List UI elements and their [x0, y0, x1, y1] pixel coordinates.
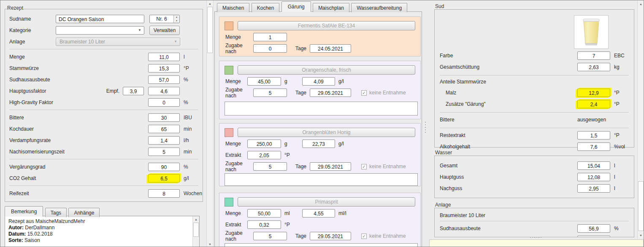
- dropdown-arrow-icon: ▼: [138, 28, 141, 32]
- bemerkung-textarea[interactable]: Rezept aus MaischeMalzundMehr Autor: Der…: [5, 216, 200, 247]
- menge-label: Menge: [225, 78, 247, 84]
- extrakt-input[interactable]: 2,05: [247, 151, 281, 159]
- tab-anhaenge[interactable]: Anhänge: [68, 208, 100, 217]
- scroll-up-icon[interactable]: ▲: [193, 216, 199, 223]
- co2-gehalt-input[interactable]: 6,5: [148, 174, 180, 183]
- concentration-input[interactable]: 4,55: [302, 209, 335, 217]
- right-panel-scrollbar[interactable]: ▲ ▼: [637, 1, 644, 239]
- menge-unit: g: [284, 141, 295, 147]
- tab-bemerkung[interactable]: Bemerkung: [5, 206, 43, 217]
- concentration-input[interactable]: 4,09: [302, 77, 335, 86]
- reifezeit-input[interactable]: 8: [148, 189, 180, 198]
- tab-maischplan[interactable]: Maischplan: [313, 3, 349, 12]
- verdampfungsrate-input[interactable]: 1,4: [148, 136, 180, 145]
- yeast-date-input[interactable]: 24.05.2021: [310, 44, 351, 53]
- anlage-group-title: Anlage: [435, 202, 451, 208]
- ingredient-name-button[interactable]: Orangenblüten Honig: [238, 128, 415, 137]
- sudname-label: Sudname: [9, 16, 56, 22]
- vergaerungsgrad-unit: %: [180, 164, 198, 170]
- tab-gaerung[interactable]: Gärung: [281, 1, 311, 12]
- keine-entnahme-label: keine Entnahme: [369, 164, 406, 169]
- zugabe-input[interactable]: 5: [253, 232, 287, 240]
- date-input[interactable]: 29.05.2021: [310, 89, 351, 97]
- keine-entnahme-checkbox[interactable]: ✓ keine Entnahme: [361, 233, 406, 239]
- tab-maischen[interactable]: Maischen: [217, 3, 249, 12]
- yeast-zugabe-input[interactable]: 0: [253, 44, 287, 53]
- yeast-menge-input[interactable]: 1: [253, 33, 287, 41]
- malz-label: Malz: [446, 90, 577, 96]
- concentration-unit: ml/l: [338, 210, 349, 216]
- zugabe-input[interactable]: 5: [253, 162, 287, 171]
- vergaerungsgrad-label: Vergärungsgrad: [9, 164, 148, 170]
- tab-wasseraufbereitung[interactable]: Wasseraufbereitung: [351, 3, 407, 12]
- spin-up-icon[interactable]: ▲: [174, 15, 179, 19]
- hauptguss-unit: l: [610, 174, 629, 180]
- gesamtschuettung-input[interactable]: 2,63: [577, 63, 610, 71]
- scroll-thumb[interactable]: [193, 223, 199, 237]
- nachisomerisierungszeit-input[interactable]: 5: [148, 148, 180, 156]
- left-panel-scrollbar[interactable]: ▲ ▼: [206, 0, 214, 247]
- verdampfungsrate-unit: l/h: [180, 137, 198, 143]
- concentration-input[interactable]: 22,73: [302, 140, 335, 148]
- vergaerungsgrad-input[interactable]: 90: [148, 163, 180, 171]
- restextrakt-input[interactable]: 1,5: [577, 131, 610, 140]
- kategorie-combobox[interactable]: ▼: [56, 26, 144, 35]
- note-scrollbar[interactable]: ▲: [192, 216, 199, 247]
- sudhausausbeute-input[interactable]: 57,0: [148, 75, 180, 84]
- scroll-down-icon[interactable]: ▼: [638, 232, 644, 239]
- tab-tags[interactable]: Tags: [45, 208, 67, 217]
- empf-input[interactable]: 3,9: [123, 87, 144, 95]
- menge-input[interactable]: 45,00: [247, 77, 281, 86]
- scroll-thumb[interactable]: [207, 7, 213, 53]
- divider: [9, 185, 198, 186]
- farbe-input[interactable]: 7: [577, 51, 610, 60]
- alkoholgehalt-input[interactable]: 7,6: [577, 142, 610, 151]
- menge-input[interactable]: 11,0: [148, 53, 180, 61]
- alkoholgehalt-unit: %vol: [610, 144, 629, 150]
- anlage-sudhausausbeute-label: Sudhausausbeute: [440, 226, 577, 231]
- tab-kochen[interactable]: Kochen: [252, 3, 280, 12]
- ingredient-comment-textarea[interactable]: [225, 102, 418, 115]
- scroll-thumb[interactable]: [638, 181, 644, 231]
- batch-number-spinner[interactable]: Nr. 6 ▲ ▼: [149, 15, 180, 23]
- horizontal-splitter-handle[interactable]: [530, 237, 541, 238]
- ingredient-name-button[interactable]: Orangenschale, frisch: [238, 65, 415, 75]
- co2-gehalt-label: CO2 Gehalt: [9, 175, 148, 181]
- ingredient-name-button[interactable]: Primasprit: [238, 197, 415, 207]
- keine-entnahme-checkbox[interactable]: ✓ keine Entnahme: [361, 90, 406, 96]
- divider: [9, 159, 198, 159]
- menge-input[interactable]: 50,00: [247, 209, 281, 217]
- ingredient-comment-textarea[interactable]: [225, 173, 418, 186]
- sudname-input[interactable]: DC Orangen Saison: [56, 15, 144, 23]
- gesamt-input: 15,04: [577, 161, 610, 170]
- process-tabbar: Maischen Kochen Gärung Maischplan Wasser…: [217, 1, 408, 12]
- scroll-up-icon[interactable]: ▲: [207, 0, 213, 7]
- menge-input[interactable]: 250,00: [247, 140, 281, 148]
- ingredient-comment-textarea[interactable]: [225, 243, 418, 247]
- beer-glass-icon: [574, 15, 609, 49]
- high-gravity-input[interactable]: 0: [148, 98, 180, 107]
- divider: [440, 75, 629, 75]
- extrakt-input[interactable]: 0,32: [247, 220, 281, 229]
- hauptgussfaktor-label: Hauptgussfaktor: [9, 88, 100, 94]
- vertical-splitter-handle[interactable]: [424, 122, 426, 133]
- kochdauer-input[interactable]: 65: [148, 125, 180, 133]
- stammwuerze-input[interactable]: 15,3: [148, 64, 180, 72]
- bittere-input[interactable]: 30: [148, 113, 180, 122]
- anteile-stammwuerze-label: Anteile Stammwürze: [440, 79, 629, 86]
- scroll-up-icon[interactable]: ▲: [638, 1, 644, 7]
- verwalten-button[interactable]: Verwalten: [149, 26, 180, 35]
- ingredient-name-button[interactable]: Fermentis SafAle BE-134: [238, 21, 415, 30]
- zugabe-input[interactable]: 5: [253, 89, 287, 97]
- keine-entnahme-checkbox[interactable]: ✓ keine Entnahme: [361, 164, 406, 169]
- bottom-note-strip: [429, 239, 644, 247]
- spin-down-icon[interactable]: ▼: [174, 19, 179, 23]
- divider: [440, 112, 629, 113]
- reifezeit-unit: Wochen: [180, 191, 198, 196]
- date-input[interactable]: 29.05.2021: [310, 162, 351, 171]
- scroll-down-icon[interactable]: ▼: [207, 241, 213, 247]
- bittere-label: Bittere: [9, 115, 148, 121]
- date-input[interactable]: 29.05.2021: [310, 232, 351, 240]
- restextrakt-unit: °P: [610, 132, 629, 138]
- hauptgussfaktor-input[interactable]: 4,6: [148, 87, 180, 95]
